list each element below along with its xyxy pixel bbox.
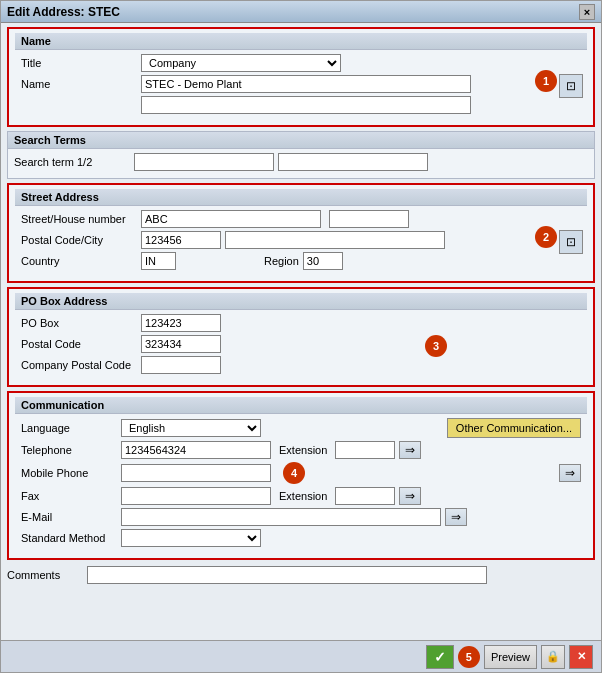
telephone-label: Telephone bbox=[21, 444, 121, 456]
postal-row: Postal Code/City bbox=[21, 231, 581, 249]
name-copy-button[interactable]: ⊡ bbox=[559, 74, 583, 98]
telephone-row: Telephone Extension ⇒ bbox=[21, 441, 581, 459]
name-input[interactable] bbox=[141, 75, 471, 93]
city-input[interactable] bbox=[225, 231, 445, 249]
fax-ext-label: Extension bbox=[279, 490, 327, 502]
badge-5: 5 bbox=[458, 646, 480, 668]
badge-4: 4 bbox=[283, 462, 305, 484]
fax-row: Fax Extension ⇒ bbox=[21, 487, 581, 505]
street-input[interactable] bbox=[141, 210, 321, 228]
fax-ext-input[interactable] bbox=[335, 487, 395, 505]
po-postal-label: Postal Code bbox=[21, 338, 141, 350]
search-input-2[interactable] bbox=[278, 153, 428, 171]
name-row: Name bbox=[21, 75, 581, 93]
name-label: Name bbox=[21, 78, 141, 90]
email-label: E-Mail bbox=[21, 511, 121, 523]
method-label: Standard Method bbox=[21, 532, 121, 544]
extension-label: Extension bbox=[279, 444, 327, 456]
mobile-arrow-button[interactable]: ⇒ bbox=[559, 464, 581, 482]
badge-2: 2 bbox=[535, 226, 557, 248]
postal-label: Postal Code/City bbox=[21, 234, 141, 246]
extension-input[interactable] bbox=[335, 441, 395, 459]
pobox-row: PO Box bbox=[21, 314, 581, 332]
title-row: Title Company Mr. Mrs. Ms. Dr. bbox=[21, 54, 581, 72]
preview-button[interactable]: Preview bbox=[484, 645, 537, 669]
country-label: Country bbox=[21, 255, 141, 267]
po-postal-input[interactable] bbox=[141, 335, 221, 353]
postal-input[interactable] bbox=[141, 231, 221, 249]
title-select[interactable]: Company Mr. Mrs. Ms. Dr. bbox=[141, 54, 341, 72]
confirm-button[interactable]: ✓ bbox=[426, 645, 454, 669]
name-section-header: Name bbox=[15, 33, 587, 50]
comm-section-body: Language English German French Other Com… bbox=[15, 414, 587, 554]
pobox-label: PO Box bbox=[21, 317, 141, 329]
street-copy-button[interactable]: ⊡ bbox=[559, 230, 583, 254]
language-label: Language bbox=[21, 422, 121, 434]
company-postal-label: Company Postal Code bbox=[21, 359, 141, 371]
street-section-body: Street/House number Postal Code/City Cou… bbox=[15, 206, 587, 277]
main-window: Edit Address: STEC × Name Title Company … bbox=[0, 0, 602, 673]
fax-input[interactable] bbox=[121, 487, 271, 505]
name-section: Name Title Company Mr. Mrs. Ms. Dr. Name bbox=[7, 27, 595, 127]
name-extra-row bbox=[21, 96, 581, 114]
comments-input[interactable] bbox=[87, 566, 487, 584]
comm-section-header: Communication bbox=[15, 397, 587, 414]
name-section-body: Title Company Mr. Mrs. Ms. Dr. Name bbox=[15, 50, 587, 121]
close-button[interactable]: × bbox=[579, 4, 595, 20]
copy-icon: ⊡ bbox=[566, 79, 576, 93]
search-label: Search term 1/2 bbox=[14, 156, 134, 168]
telephone-arrow-icon: ⇒ bbox=[405, 443, 415, 457]
lock-icon: 🔒 bbox=[546, 650, 560, 663]
company-postal-input[interactable] bbox=[141, 356, 221, 374]
pobox-input[interactable] bbox=[141, 314, 221, 332]
street-copy-icon: ⊡ bbox=[566, 235, 576, 249]
mobile-row: Mobile Phone 4 ⇒ bbox=[21, 462, 581, 484]
street-row: Street/House number bbox=[21, 210, 581, 228]
mobile-label: Mobile Phone bbox=[21, 467, 121, 479]
method-select[interactable] bbox=[121, 529, 261, 547]
search-input-1[interactable] bbox=[134, 153, 274, 171]
country-input[interactable] bbox=[141, 252, 176, 270]
title-bar: Edit Address: STEC × bbox=[1, 1, 601, 23]
email-arrow-button[interactable]: ⇒ bbox=[445, 508, 467, 526]
fax-label: Fax bbox=[21, 490, 121, 502]
badge-1: 1 bbox=[535, 70, 557, 92]
window-title: Edit Address: STEC bbox=[7, 5, 120, 19]
comments-label: Comments bbox=[7, 569, 87, 581]
email-input[interactable] bbox=[121, 508, 441, 526]
mobile-input[interactable] bbox=[121, 464, 271, 482]
content-area: Name Title Company Mr. Mrs. Ms. Dr. Name bbox=[1, 23, 601, 640]
other-communication-button[interactable]: Other Communication... bbox=[447, 418, 581, 438]
mobile-arrow-icon: ⇒ bbox=[565, 466, 575, 480]
language-row: Language English German French Other Com… bbox=[21, 418, 581, 438]
comments-row: Comments bbox=[7, 566, 595, 584]
fax-arrow-button[interactable]: ⇒ bbox=[399, 487, 421, 505]
name-extra-input[interactable] bbox=[141, 96, 471, 114]
street-input2[interactable] bbox=[329, 210, 409, 228]
cancel-button[interactable]: ✕ bbox=[569, 645, 593, 669]
method-row: Standard Method bbox=[21, 529, 581, 547]
search-section-body: Search term 1/2 bbox=[8, 149, 594, 178]
pobox-section-body: PO Box Postal Code Company Postal Code 3 bbox=[15, 310, 587, 381]
fax-arrow-icon: ⇒ bbox=[405, 489, 415, 503]
country-row: Country Region bbox=[21, 252, 581, 270]
pobox-section-header: PO Box Address bbox=[15, 293, 587, 310]
search-row: Search term 1/2 bbox=[14, 153, 588, 171]
badge-3: 3 bbox=[425, 335, 447, 357]
lock-button[interactable]: 🔒 bbox=[541, 645, 565, 669]
check-icon: ✓ bbox=[434, 649, 446, 665]
search-section-header: Search Terms bbox=[8, 132, 594, 149]
footer: ✓ 5 Preview 🔒 ✕ bbox=[1, 640, 601, 672]
title-label: Title bbox=[21, 57, 141, 69]
po-postal-row: Postal Code bbox=[21, 335, 581, 353]
company-postal-row: Company Postal Code bbox=[21, 356, 581, 374]
region-input[interactable] bbox=[303, 252, 343, 270]
email-arrow-icon: ⇒ bbox=[451, 510, 461, 524]
telephone-input[interactable] bbox=[121, 441, 271, 459]
telephone-arrow-button[interactable]: ⇒ bbox=[399, 441, 421, 459]
region-label: Region bbox=[264, 255, 299, 267]
street-section-header: Street Address bbox=[15, 189, 587, 206]
language-select[interactable]: English German French bbox=[121, 419, 261, 437]
communication-section: Communication Language English German Fr… bbox=[7, 391, 595, 560]
street-section: Street Address Street/House number Posta… bbox=[7, 183, 595, 283]
